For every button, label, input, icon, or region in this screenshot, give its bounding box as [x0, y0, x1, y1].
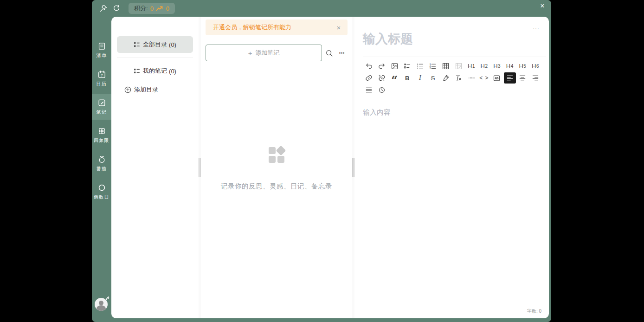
- add-note-button[interactable]: + 添加笔记: [206, 45, 322, 61]
- directory-item-label: 全部目录: [143, 40, 167, 49]
- countdown-circle-icon: [97, 183, 106, 192]
- directory-item-my-notes[interactable]: 我的笔记 (0): [117, 63, 193, 79]
- list-bullets-icon: [134, 68, 140, 74]
- pin-icon: [99, 4, 108, 13]
- heading-6-button[interactable]: H6: [529, 60, 541, 71]
- membership-banner-text: 开通会员，解锁笔记所有能力: [213, 23, 334, 32]
- bold-button[interactable]: B: [401, 72, 413, 84]
- avatar-sprout-icon: [105, 296, 110, 301]
- sidebar-item-countdown[interactable]: 倒数日: [92, 179, 111, 205]
- blockquote-button[interactable]: “: [388, 72, 400, 84]
- quote-icon: “: [391, 78, 398, 82]
- search-notes-button[interactable]: [324, 47, 335, 58]
- empty-notes-icon: [269, 147, 284, 163]
- trend-up-icon: [156, 6, 164, 12]
- four-quadrant-icon: [97, 127, 106, 135]
- clear-format-button[interactable]: [452, 72, 464, 84]
- editor-toolbar: 1 2 3: [363, 57, 546, 100]
- align-right-icon: [532, 74, 539, 82]
- add-directory-label: 添加目录: [134, 85, 158, 94]
- editor-panel: ... 输入标题: [354, 17, 549, 318]
- toolbar-row-1: 1 2 3: [363, 60, 546, 72]
- heading-2-button[interactable]: H2: [478, 60, 490, 71]
- code-block-icon: [493, 74, 501, 82]
- note-list-more-button[interactable]: ⋯: [337, 47, 348, 58]
- app-sidebar: 清单 7 日历 笔记: [92, 17, 111, 322]
- empty-state-text: 记录你的反思、灵感、日记、备忘录: [221, 182, 332, 191]
- sidebar-item-label: 番茄: [97, 166, 107, 172]
- add-note-label: 添加笔记: [256, 49, 280, 57]
- table-icon: [442, 62, 450, 70]
- align-center-icon: [519, 74, 526, 82]
- heading-4-button[interactable]: H4: [504, 60, 516, 71]
- heading-1-button[interactable]: H1: [465, 60, 477, 71]
- link-button[interactable]: [363, 72, 375, 84]
- align-left-button-active[interactable]: [504, 72, 516, 84]
- sidebar-item-label: 倒数日: [94, 194, 109, 200]
- points-badge[interactable]: 积分: 0 0: [129, 3, 175, 14]
- plus-circle-icon: [124, 86, 131, 93]
- unlink-icon: [378, 74, 386, 82]
- add-directory-button[interactable]: 添加目录: [111, 81, 199, 98]
- inline-code-button[interactable]: < >: [478, 72, 490, 84]
- sidebar-item-pomodoro[interactable]: 番茄: [92, 150, 111, 176]
- svg-text:3: 3: [430, 67, 431, 70]
- sidebar-item-calendar[interactable]: 7 日历: [92, 65, 111, 91]
- app-window: 积分: 0 0 × 清单: [92, 0, 551, 322]
- user-avatar[interactable]: [95, 298, 109, 312]
- image-icon: [391, 62, 399, 70]
- italic-button[interactable]: I: [414, 72, 426, 84]
- directory-item-all[interactable]: 全部目录 (0): [117, 36, 193, 53]
- editor-more-button[interactable]: ...: [533, 24, 540, 31]
- directory-item-count: (0): [169, 41, 176, 48]
- sidebar-item-notes-active[interactable]: 笔记: [92, 94, 111, 120]
- pin-window-button[interactable]: [98, 3, 109, 14]
- refresh-icon: [113, 5, 120, 12]
- ordered-list-button[interactable]: 1 2 3: [427, 60, 439, 71]
- more-horizontal-icon: ⋯: [339, 50, 345, 57]
- align-justify-icon: [365, 86, 373, 94]
- align-center-button[interactable]: [516, 72, 528, 84]
- horizontal-rule-icon: [467, 74, 476, 82]
- sidebar-item-label: 清单: [97, 52, 107, 58]
- sidebar-item-label: 笔记: [97, 109, 107, 115]
- trend-value: 0: [166, 5, 169, 12]
- horizontal-rule-button[interactable]: [465, 72, 477, 84]
- note-edit-icon: [97, 98, 106, 107]
- checklist-icon: [97, 42, 106, 51]
- bullet-list-button[interactable]: [414, 60, 426, 71]
- bullet-list-icon: [416, 62, 424, 70]
- align-justify-button[interactable]: [363, 84, 375, 96]
- directory-separator: [117, 58, 193, 58]
- redo-button[interactable]: [376, 60, 388, 71]
- insert-timestamp-button[interactable]: [376, 84, 388, 96]
- heading-3-button[interactable]: H3: [491, 60, 503, 71]
- undo-icon: [365, 62, 373, 70]
- strikethrough-button[interactable]: S: [427, 72, 439, 84]
- directory-panel: 全部目录 (0) 我的笔记 (0): [111, 17, 199, 318]
- highlight-button[interactable]: [440, 72, 452, 84]
- tomato-icon: [97, 155, 106, 164]
- unlink-button[interactable]: [376, 72, 388, 84]
- sidebar-item-checklist[interactable]: 清单: [92, 37, 111, 63]
- membership-banner: 开通会员，解锁笔记所有能力 ×: [206, 19, 348, 35]
- sidebar-item-quadrant[interactable]: 四象限: [92, 122, 111, 148]
- note-content-input[interactable]: 输入内容: [363, 108, 549, 117]
- refresh-button[interactable]: [111, 3, 122, 14]
- code-block-button[interactable]: [491, 72, 503, 84]
- banner-close-button[interactable]: ×: [334, 22, 344, 32]
- note-title-input[interactable]: 输入标题: [363, 17, 549, 47]
- add-note-row: + 添加笔记 ⋯: [206, 45, 348, 61]
- heading-5-button[interactable]: H5: [516, 60, 528, 71]
- search-icon: [325, 49, 333, 57]
- calendar-day-number: 7: [101, 73, 103, 77]
- close-window-button[interactable]: ×: [536, 0, 548, 12]
- task-list-button[interactable]: [401, 60, 413, 71]
- directory-item-label: 我的笔记: [143, 67, 167, 75]
- insert-image-button[interactable]: [388, 60, 400, 71]
- empty-state: 记录你的反思、灵感、日记、备忘录: [201, 147, 352, 191]
- toolbar-row-2: “ B I S: [363, 72, 546, 84]
- undo-button[interactable]: [363, 60, 375, 71]
- insert-table-button[interactable]: [440, 60, 452, 71]
- align-right-button[interactable]: [529, 72, 541, 84]
